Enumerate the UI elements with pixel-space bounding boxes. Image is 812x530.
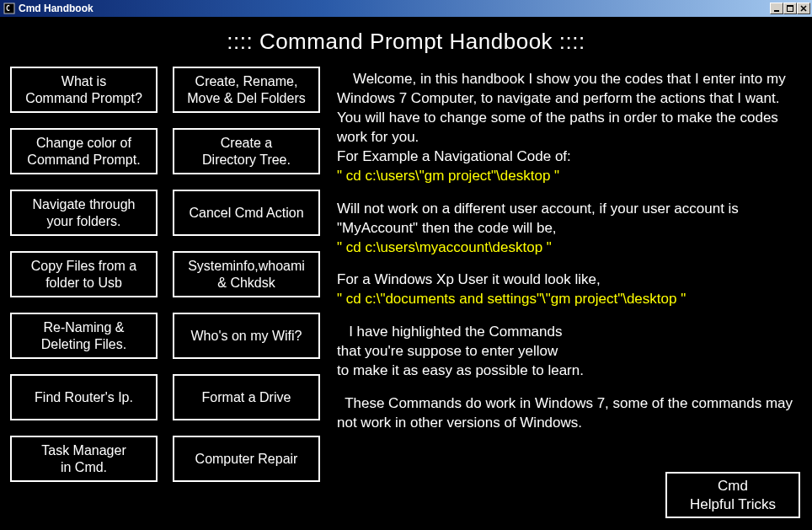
svg-rect-2 bbox=[774, 10, 779, 12]
content-text: I have highlighted the Commands bbox=[337, 323, 799, 342]
button-label: Computer Repair bbox=[195, 451, 298, 467]
menu-grid: What is Command Prompt?Create, Rename, M… bbox=[8, 67, 320, 482]
button-label: Cancel Cmd Action bbox=[189, 205, 303, 221]
content-text: You will have to change some of the path… bbox=[337, 109, 799, 147]
content-text: to make it as easy as possible to learn. bbox=[337, 361, 799, 381]
menu-button-computer-repair[interactable]: Computer Repair bbox=[173, 436, 320, 482]
close-button[interactable] bbox=[797, 3, 810, 14]
maximize-button[interactable] bbox=[783, 3, 797, 14]
window-title: Cmd Handbook bbox=[19, 3, 93, 14]
svg-text:C: C bbox=[6, 5, 10, 13]
menu-button-task-manager[interactable]: Task Manager in Cmd. bbox=[10, 436, 158, 482]
button-label: Create a Directory Tree. bbox=[202, 135, 291, 167]
content-text: that you're suppose to enter yellow bbox=[337, 342, 799, 361]
menu-button-systeminfo[interactable]: Systeminfo,whoami & Chkdsk bbox=[173, 251, 320, 297]
button-label: Systeminfo,whoami & Chkdsk bbox=[188, 258, 305, 290]
welcome-content: Welcome, in this handbook I show you the… bbox=[337, 67, 804, 482]
menu-button-rename-delete[interactable]: Re-Naming & Deleting Files. bbox=[10, 313, 158, 359]
content-text: Welcome, in this handbook I show you the… bbox=[337, 70, 799, 109]
code-example: " cd c:\users\"gm project"\desktop " bbox=[337, 167, 799, 186]
menu-button-change-color[interactable]: Change color of Command Prompt. bbox=[10, 128, 158, 174]
content-text: For Example a Navigational Code of: bbox=[337, 147, 799, 167]
menu-button-copy-to-usb[interactable]: Copy Files from a folder to Usb bbox=[10, 251, 158, 297]
button-label: Format a Drive bbox=[202, 389, 291, 405]
menu-button-create-rename[interactable]: Create, Rename, Move & Del Folders bbox=[173, 67, 320, 113]
menu-button-cancel-cmd[interactable]: Cancel Cmd Action bbox=[173, 190, 320, 236]
app-icon: C bbox=[3, 3, 15, 14]
button-label: Who's on my Wifi? bbox=[191, 328, 302, 344]
button-label: Find Router's Ip. bbox=[35, 389, 133, 405]
code-example: " cd c:\users\myaccount\desktop " bbox=[337, 238, 799, 258]
button-label: Cmd Helpful Tricks bbox=[690, 477, 776, 513]
window-controls bbox=[770, 3, 810, 14]
client-area: :::: Command Prompt Handbook :::: What i… bbox=[0, 17, 812, 530]
window-titlebar: C Cmd Handbook bbox=[0, 0, 812, 17]
minimize-button[interactable] bbox=[770, 3, 783, 14]
button-label: Task Manager in Cmd. bbox=[41, 442, 126, 474]
menu-button-format-drive[interactable]: Format a Drive bbox=[173, 374, 320, 420]
button-label: Navigate through your folders. bbox=[33, 196, 136, 228]
button-label: Copy Files from a folder to Usb bbox=[31, 258, 136, 290]
content-text: Will not work on a different user accoun… bbox=[337, 200, 799, 238]
menu-button-what-is-cmd[interactable]: What is Command Prompt? bbox=[10, 67, 158, 113]
button-label: What is Command Prompt? bbox=[25, 73, 142, 105]
menu-button-create-dir-tree[interactable]: Create a Directory Tree. bbox=[173, 128, 320, 174]
button-label: Change color of Command Prompt. bbox=[27, 135, 140, 167]
content-text: These Commands do work in Windows 7, som… bbox=[337, 394, 799, 433]
menu-button-whos-on-wifi[interactable]: Who's on my Wifi? bbox=[173, 313, 320, 359]
menu-button-find-router-ip[interactable]: Find Router's Ip. bbox=[10, 374, 158, 420]
code-example: " cd c:\"documents and settings"\"gm pro… bbox=[337, 290, 799, 309]
button-label: Create, Rename, Move & Del Folders bbox=[187, 73, 306, 105]
helpful-tricks-button[interactable]: Cmd Helpful Tricks bbox=[665, 472, 800, 518]
button-label: Re-Naming & Deleting Files. bbox=[41, 319, 126, 351]
page-title: :::: Command Prompt Handbook :::: bbox=[8, 24, 804, 67]
content-text: For a Windows Xp User it would look like… bbox=[337, 270, 799, 290]
svg-rect-4 bbox=[787, 5, 793, 7]
menu-button-navigate-folders[interactable]: Navigate through your folders. bbox=[10, 190, 158, 236]
